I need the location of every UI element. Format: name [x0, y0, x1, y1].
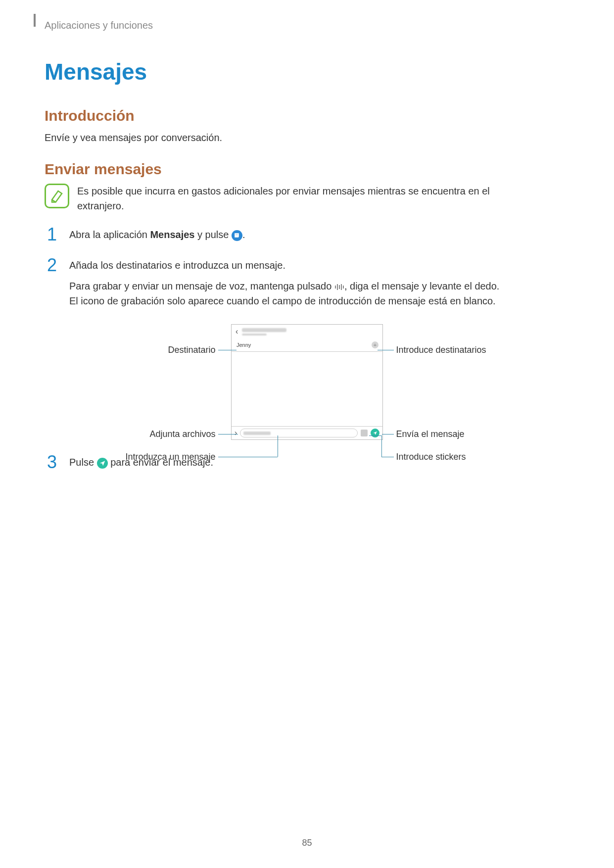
input-placeholder [243, 432, 271, 435]
subtitle-placeholder [242, 334, 267, 336]
page-title: Mensajes [45, 58, 569, 85]
lead-line [278, 435, 278, 457]
note-text: Es posible que incurra en gastos adicion… [77, 184, 513, 213]
svg-point-1 [236, 235, 237, 235]
step-number: 2 [45, 256, 59, 274]
mock-input-row: ‹ [232, 426, 382, 439]
send-icon [97, 458, 108, 469]
step1-app-name: Mensajes [150, 229, 194, 240]
callout-recipient: Destinatario [117, 345, 216, 355]
add-recipient-icon: + [372, 341, 378, 348]
callout-attach: Adjunta archivos [117, 429, 216, 439]
lead-line [218, 434, 238, 434]
step-number: 1 [45, 226, 59, 243]
section-heading-introduction: Introducción [45, 107, 569, 124]
step-body: Añada los destinatarios e introduzca un … [69, 258, 510, 314]
callout-send: Envía el mensaje [396, 429, 465, 439]
step-1: 1 Abra la aplicación Mensajes y pulse . [45, 227, 569, 248]
callout-stickers: Introduce stickers [396, 452, 466, 462]
step1-tail: . [242, 229, 245, 240]
callout-add-recipients: Introduce destinatarios [396, 345, 486, 355]
lead-line [381, 435, 382, 457]
step-body: Abra la aplicación Mensajes y pulse . [69, 227, 245, 248]
compose-icon [232, 230, 242, 241]
page-side-marker [34, 14, 36, 27]
attach-chevron-icon: ‹ [235, 429, 237, 437]
note-icon [45, 184, 69, 208]
voice-record-icon [334, 284, 344, 290]
mock-topbar: ‹ [232, 325, 382, 338]
step2-line1: Añada los destinatarios e introduzca un … [69, 258, 510, 273]
mock-text-input [240, 429, 358, 437]
breadcrumb: Aplicaciones y funciones [45, 20, 569, 31]
title-placeholder [242, 328, 286, 332]
mock-recipient-name: Jenny [236, 342, 251, 348]
step3-pre: Pulse [69, 457, 97, 468]
svg-point-2 [237, 235, 238, 235]
step-number: 3 [45, 453, 59, 471]
step-2: 2 Añada los destinatarios e introduzca u… [45, 258, 569, 314]
page-number: 85 [0, 838, 614, 848]
intro-paragraph: Envíe y vea mensajes por conversación. [45, 130, 569, 145]
lead-line [218, 457, 278, 457]
sticker-icon [361, 430, 368, 436]
lead-line [378, 350, 394, 350]
step2-line2-pre: Para grabar y enviar un mensaje de voz, … [69, 281, 334, 291]
lead-line [382, 434, 394, 434]
send-icon [371, 429, 379, 437]
step1-text-post: y pulse [195, 229, 232, 240]
mock-recipient-row: Jenny + [232, 338, 382, 352]
svg-point-0 [236, 235, 236, 235]
callout-enter-msg: Introduzca un mensaje [117, 452, 216, 462]
note-block: Es posible que incurra en gastos adicion… [45, 184, 569, 213]
manual-page: Aplicaciones y funciones Mensajes Introd… [0, 0, 614, 868]
section-heading-send: Enviar mensajes [45, 161, 569, 178]
back-icon: ‹ [236, 327, 238, 336]
phone-mock: ‹ Jenny + ‹ [231, 324, 383, 440]
lead-line [218, 350, 236, 350]
step1-text-pre: Abra la aplicación [69, 229, 150, 240]
lead-line [381, 457, 394, 457]
mock-body [232, 352, 382, 426]
lead-line [369, 435, 381, 436]
compose-message-figure: ‹ Jenny + ‹ [117, 324, 498, 440]
